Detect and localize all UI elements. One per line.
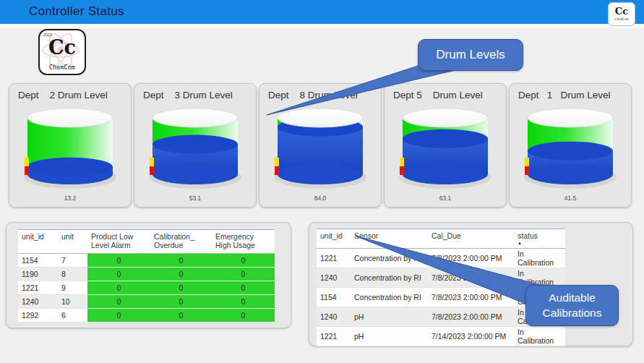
- column-header[interactable]: Product LowLevel Alarm: [87, 230, 150, 254]
- table-cell: 7: [58, 253, 87, 267]
- calibration-table-header: unit_idSensorCal_Duestatus▲: [317, 229, 565, 249]
- table-cell: 0: [87, 294, 150, 308]
- drum-gauge: [15, 102, 125, 190]
- table-cell: 0: [87, 253, 150, 267]
- table-cell: Concentration by RI: [351, 268, 428, 288]
- drum-value: 63.1: [385, 195, 506, 202]
- table-cell: 0: [87, 281, 150, 294]
- drum-levels-callout-label: Drum Levels: [418, 48, 523, 62]
- table-row[interactable]: 1240Concentration by RI7/8/2023 2:00:00 …: [317, 268, 565, 288]
- drum-value: 41.5: [510, 195, 631, 202]
- drum-gauge: [390, 102, 500, 190]
- table-cell: 0: [150, 294, 212, 308]
- table-cell: In Calibration: [514, 327, 565, 346]
- table-cell: 1154: [18, 253, 58, 267]
- table-row[interactable]: 12219000: [18, 281, 275, 294]
- auditable-callout-line1: Auditable: [526, 291, 618, 306]
- auditable-callout-line2: Calibrations: [526, 306, 618, 321]
- drum-gauge: [140, 102, 250, 190]
- table-row[interactable]: 11908000: [18, 267, 275, 281]
- column-header[interactable]: status▲: [514, 229, 565, 249]
- drum-value: 53.1: [134, 195, 256, 202]
- drum-gauge: [265, 102, 375, 190]
- drum-card-title: Dept 1 Drum Level: [510, 84, 631, 101]
- drum-card-dept-1[interactable]: Dept 1 Drum Level 41.5: [509, 83, 632, 208]
- table-cell: 1240: [317, 268, 351, 288]
- table-cell: 1240: [18, 294, 58, 308]
- drum-card-title: Dept 5 Drum Level: [385, 84, 506, 101]
- drum-gauge: [515, 102, 625, 190]
- table-row[interactable]: 12926000: [18, 308, 275, 322]
- chemcom-logo-name: ChemCom: [609, 17, 635, 21]
- logo-mark: Cc: [40, 37, 85, 59]
- logo-name: ChemCom: [40, 64, 85, 71]
- calibrations-panel: unit_idSensorCal_Duestatus▲ 1221Concentr…: [309, 222, 633, 346]
- drum-card-title: Dept 2 Drum Level: [9, 84, 131, 101]
- column-header[interactable]: Calibration_Overdue: [150, 230, 212, 254]
- column-header[interactable]: EmergencyHigh Usage: [212, 230, 275, 254]
- table-cell: 7/8/2023 2:00:00 PM: [428, 288, 514, 307]
- table-cell: 0: [87, 308, 150, 322]
- table-cell: 0: [150, 308, 212, 322]
- table-cell: 1240: [317, 307, 351, 327]
- table-cell: 1221: [317, 327, 351, 346]
- column-header[interactable]: unit_id: [317, 229, 351, 249]
- table-cell: 7/8/2023 2:00:00 PM: [428, 307, 514, 327]
- table-cell: Concentration by RI: [351, 288, 428, 307]
- table-cell: 7/8/2023 2:00:00 PM: [428, 249, 514, 268]
- table-cell: 10: [58, 294, 87, 308]
- column-header[interactable]: unit: [58, 230, 87, 254]
- drum-card-dept-8[interactable]: Dept 8 Drum Level 84.0: [259, 83, 382, 208]
- table-cell: 0: [150, 281, 212, 294]
- table-cell: 1154: [317, 288, 351, 307]
- table-cell: 0: [150, 267, 212, 281]
- table-row[interactable]: 11547000: [18, 253, 275, 267]
- table-cell: 0: [212, 267, 275, 281]
- table-cell: 1292: [18, 308, 58, 322]
- page-title: Controller Status: [29, 4, 124, 19]
- table-cell: 1221: [18, 281, 58, 294]
- table-cell: 1190: [18, 267, 58, 281]
- table-cell: 9: [58, 281, 87, 294]
- chemcom-main-logo: 2021 Cc ChemCom: [38, 29, 86, 75]
- drum-value: 13.2: [9, 195, 131, 202]
- table-row[interactable]: 1221pH7/14/2023 2:00:00 PMIn Calibration: [317, 327, 565, 346]
- table-cell: 0: [212, 294, 275, 308]
- drum-value: 84.0: [259, 195, 381, 202]
- drum-levels-callout: Drum Levels: [418, 39, 523, 71]
- table-cell: 0: [212, 253, 275, 267]
- alarm-table-header: unit_idunitProduct LowLevel AlarmCalibra…: [18, 230, 275, 254]
- table-cell: 0: [212, 308, 275, 322]
- table-cell: 0: [212, 281, 275, 294]
- topbar-gap: [0, 24, 644, 28]
- column-header[interactable]: unit_id: [18, 230, 58, 254]
- table-row[interactable]: 1221Concentration by RI7/8/2023 2:00:00 …: [317, 249, 565, 268]
- table-cell: 7/14/2023 2:00:00 PM: [428, 327, 514, 346]
- table-cell: In Calibration: [514, 249, 565, 268]
- column-header[interactable]: Sensor: [351, 229, 428, 249]
- table-cell: 0: [150, 253, 212, 267]
- table-cell: Concentration by RI: [351, 249, 428, 268]
- table-cell: 0: [87, 267, 150, 281]
- drum-card-title: Dept 3 Drum Level: [134, 84, 256, 101]
- alarm-table: unit_idunitProduct LowLevel AlarmCalibra…: [18, 229, 275, 323]
- column-header[interactable]: Cal_Due: [428, 229, 514, 249]
- table-cell: pH: [351, 327, 428, 346]
- drum-card-title: Dept 8 Drum Level: [259, 84, 381, 101]
- table-cell: 8: [58, 267, 87, 281]
- drum-card-dept-3[interactable]: Dept 3 Drum Level 53.1: [134, 83, 257, 208]
- chemcom-logo-mark: Cc: [609, 5, 635, 17]
- chemcom-corner-logo: Cc ChemCom: [608, 2, 635, 26]
- alarm-table-body: 1154700011908000122190001240100001292600…: [18, 253, 275, 322]
- table-cell: 1221: [317, 249, 351, 268]
- table-row[interactable]: 124010000: [18, 294, 275, 308]
- table-cell: 6: [58, 308, 87, 322]
- auditable-calibrations-callout: Auditable Calibrations: [525, 285, 619, 326]
- sort-ascending-icon: ▲: [518, 242, 561, 245]
- drum-card-dept-5[interactable]: Dept 5 Drum Level 63.1: [384, 83, 507, 208]
- controller-status-screen: Controller Status Cc ChemCom 2021 Cc Che…: [0, 0, 644, 363]
- table-cell: pH: [351, 307, 428, 327]
- table-cell: 7/8/2023 2:00:00 PM: [428, 268, 514, 288]
- title-bar: Controller Status: [0, 0, 644, 24]
- drum-card-dept-2[interactable]: Dept 2 Drum Level 13.2: [9, 83, 132, 208]
